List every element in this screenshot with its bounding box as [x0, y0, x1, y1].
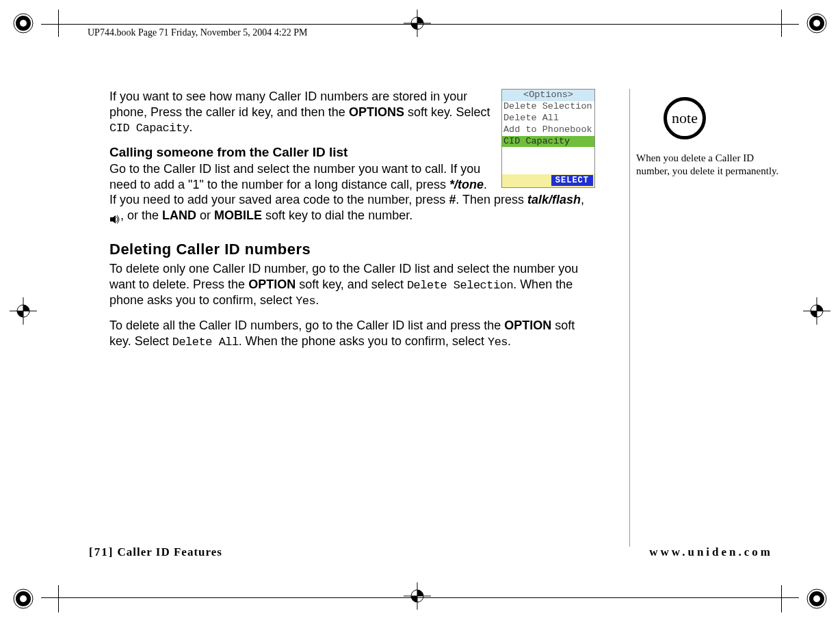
- crop-rule: [41, 24, 799, 25]
- paragraph-delete-one: To delete only one Caller ID number, go …: [109, 261, 595, 308]
- section-title: Caller ID Features: [118, 545, 222, 558]
- note-badge-label: note: [672, 109, 698, 127]
- screen-row: Add to Phonebook: [502, 124, 594, 136]
- crop-mark-icon: [803, 585, 830, 612]
- screen-row: Delete All: [502, 113, 594, 124]
- phone-screen-illustration: <Options> Delete Selection Delete All Ad…: [501, 89, 595, 188]
- screen-row: Delete Selection: [502, 101, 594, 113]
- heading-deleting: Deleting Caller ID numbers: [109, 241, 595, 258]
- note-badge-icon: note: [664, 97, 706, 139]
- footer-left: [71] Caller ID Features: [89, 545, 222, 559]
- screen-softkey-select: SELECT: [551, 175, 593, 186]
- screen-softkey-bar: SELECT: [502, 174, 594, 187]
- crop-mark-icon: [803, 10, 830, 37]
- registration-mark-icon: [10, 297, 37, 327]
- crop-rule: [781, 10, 782, 37]
- crop-rule: [58, 585, 59, 612]
- svg-rect-24: [110, 217, 113, 221]
- paragraph-delete-all: To delete all the Caller ID numbers, go …: [109, 318, 595, 349]
- svg-point-2: [20, 20, 27, 27]
- main-column: <Options> Delete Selection Delete All Ad…: [109, 89, 595, 356]
- screen-title: <Options>: [502, 90, 594, 101]
- crop-mark-icon: [10, 10, 37, 37]
- screen-row-highlight: CID Capacity: [502, 136, 594, 148]
- crop-mark-icon: [10, 585, 37, 612]
- registration-mark-icon: [803, 297, 830, 327]
- note-text: When you delete a Caller ID number, you …: [636, 152, 780, 178]
- svg-point-11: [813, 595, 820, 602]
- crop-rule: [41, 597, 799, 598]
- svg-point-5: [813, 20, 820, 27]
- footer-url: www.uniden.com: [649, 545, 773, 559]
- speaker-icon: [109, 212, 120, 220]
- crop-rule: [781, 585, 782, 612]
- crop-rule: [58, 10, 59, 37]
- frame-metadata: UP744.book Page 71 Friday, November 5, 2…: [88, 27, 307, 38]
- registration-mark-icon: [404, 10, 431, 40]
- svg-marker-25: [113, 215, 116, 224]
- page-number: [71]: [89, 545, 114, 558]
- svg-point-8: [20, 595, 27, 602]
- side-column: note When you delete a Caller ID number,…: [636, 89, 780, 178]
